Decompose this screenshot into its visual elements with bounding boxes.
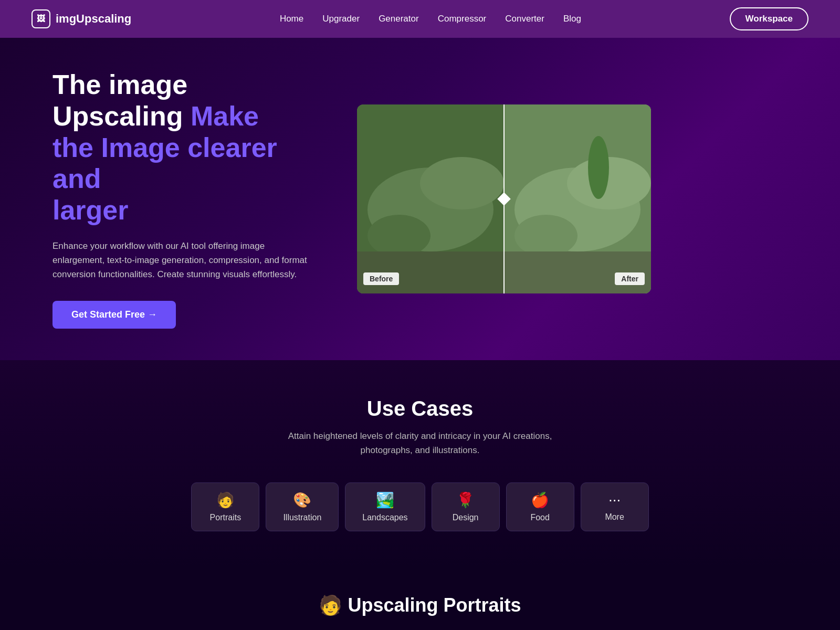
nav-compressor[interactable]: Compressor xyxy=(438,14,487,24)
illustration-label: Illustration xyxy=(283,513,321,522)
hero-image-comparison: Before After xyxy=(357,104,651,293)
nav-generator[interactable]: Generator xyxy=(379,14,419,24)
nav-upgrader[interactable]: Upgrader xyxy=(322,14,360,24)
hero-section: The image Upscaling Makethe Image cleare… xyxy=(0,38,840,360)
logo-icon: 🖼 xyxy=(32,9,50,28)
more-label: More xyxy=(605,512,624,522)
nav-blog[interactable]: Blog xyxy=(563,14,581,24)
tab-design[interactable]: 🌹 Design xyxy=(432,482,500,531)
design-label: Design xyxy=(453,513,479,522)
landscapes-icon: 🏞️ xyxy=(376,491,394,509)
hero-description: Enhance your workflow with our AI tool o… xyxy=(52,239,315,282)
portraits-icon: 🧑 xyxy=(216,491,235,509)
hero-title-static: The image Upscaling xyxy=(52,69,191,131)
tab-portraits[interactable]: 🧑 Portraits xyxy=(191,482,259,531)
logo-text: imgUpscaling xyxy=(56,12,131,26)
food-label: Food xyxy=(530,513,549,522)
illustration-icon: 🎨 xyxy=(293,491,311,509)
use-cases-title: Use Cases xyxy=(52,397,788,421)
portraits-label: Portraits xyxy=(210,513,242,522)
more-icon: ··· xyxy=(608,491,621,508)
portraits-title: 🧑 Upscaling Portraits xyxy=(52,594,788,616)
tab-illustration[interactable]: 🎨 Illustration xyxy=(266,482,339,531)
use-case-tabs: 🧑 Portraits 🎨 Illustration 🏞️ Landscapes… xyxy=(52,482,788,531)
tab-food[interactable]: 🍎 Food xyxy=(506,482,574,531)
nav-converter[interactable]: Converter xyxy=(505,14,544,24)
image-after xyxy=(504,104,651,293)
portraits-section: 🧑 Upscaling Portraits xyxy=(0,568,840,630)
tab-more[interactable]: ··· More xyxy=(581,482,649,531)
use-cases-section: Use Cases Attain heightened levels of cl… xyxy=(0,360,840,568)
logo[interactable]: 🖼 imgUpscaling xyxy=(32,9,131,28)
hero-text: The image Upscaling Makethe Image cleare… xyxy=(52,69,315,329)
landscapes-label: Landscapes xyxy=(362,513,407,522)
hero-title: The image Upscaling Makethe Image cleare… xyxy=(52,69,315,226)
image-before xyxy=(357,104,504,293)
navbar: 🖼 imgUpscaling Home Upgrader Generator C… xyxy=(0,0,840,38)
design-icon: 🌹 xyxy=(456,491,475,509)
workspace-button[interactable]: Workspace xyxy=(730,7,808,30)
tab-landscapes[interactable]: 🏞️ Landscapes xyxy=(345,482,425,531)
nav-home[interactable]: Home xyxy=(280,14,303,24)
food-icon: 🍎 xyxy=(531,491,549,509)
after-label: After xyxy=(615,272,645,285)
nav-links: Home Upgrader Generator Compressor Conve… xyxy=(280,14,581,24)
get-started-button[interactable]: Get Started Free → xyxy=(52,301,176,329)
before-label: Before xyxy=(363,272,399,285)
use-cases-description: Attain heightened levels of clarity and … xyxy=(52,429,788,457)
